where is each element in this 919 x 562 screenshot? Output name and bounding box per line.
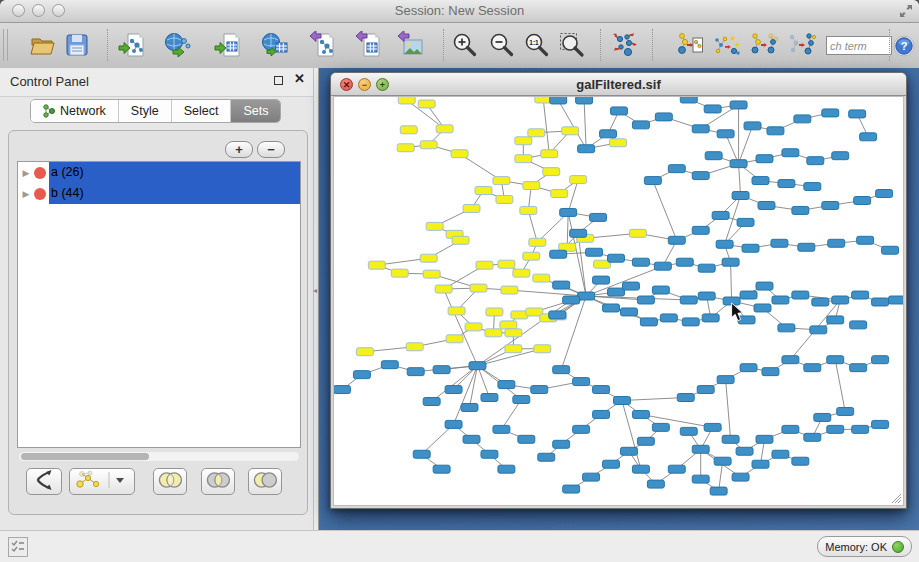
- graph-node-blue: [655, 113, 672, 121]
- network-view-window[interactable]: ✕ − + galFiltered.sif: [330, 72, 907, 509]
- graph-node-blue: [632, 121, 649, 129]
- graph-node-blue: [578, 145, 595, 153]
- memory-status-button[interactable]: Memory: OK: [817, 536, 912, 557]
- network-fade-icon: [788, 31, 816, 59]
- difference-sets-button[interactable]: [248, 468, 282, 495]
- import-network-web-button[interactable]: [162, 28, 194, 62]
- graph-node-blue: [622, 282, 639, 290]
- horizontal-scrollbar[interactable]: [19, 452, 299, 461]
- graph-node-blue: [716, 240, 733, 248]
- export-network-button[interactable]: [306, 28, 338, 62]
- float-panel-button[interactable]: [274, 76, 283, 85]
- network-window-titlebar[interactable]: ✕ − + galFiltered.sif: [331, 73, 906, 96]
- graph-node-blue: [445, 386, 462, 394]
- help-button[interactable]: ?: [893, 35, 915, 57]
- svg-text:?: ?: [901, 40, 908, 52]
- graph-node-yellow: [505, 345, 522, 353]
- graph-node-blue: [752, 177, 769, 185]
- graph-node-blue: [682, 318, 699, 326]
- create-set-from-selection-button[interactable]: [26, 468, 62, 495]
- graph-node-yellow: [475, 187, 492, 195]
- graph-node-blue: [704, 423, 721, 431]
- graph-node-yellow: [470, 284, 487, 292]
- sets-list[interactable]: ▶ a (26) ▶ b (44): [17, 161, 301, 448]
- graph-node-blue: [611, 107, 628, 115]
- graph-node-yellow: [551, 190, 568, 198]
- graph-node-blue: [463, 435, 480, 443]
- zoom-actual-size-button[interactable]: 1:1: [521, 28, 553, 62]
- graph-node-blue: [772, 296, 789, 304]
- zoom-selected-button[interactable]: [556, 28, 588, 62]
- set-row-b[interactable]: ▶ b (44): [18, 183, 300, 204]
- tab-select[interactable]: Select: [172, 100, 232, 122]
- tab-label: Network: [60, 104, 106, 118]
- graph-node-blue: [854, 197, 871, 205]
- open-file-button[interactable]: [26, 28, 58, 62]
- graph-node-yellow: [515, 137, 532, 145]
- graph-node-blue: [828, 239, 845, 247]
- graph-node-yellow: [391, 269, 408, 277]
- import-table-file-button[interactable]: [212, 28, 244, 62]
- export-image-button[interactable]: [394, 28, 426, 62]
- graph-node-blue: [677, 394, 694, 402]
- task-history-button[interactable]: [8, 537, 28, 557]
- apply-layout-button[interactable]: [609, 28, 641, 62]
- tab-sets[interactable]: Sets: [231, 100, 280, 122]
- graph-node-blue: [782, 425, 799, 433]
- network-from-selection-file-button[interactable]: [674, 28, 706, 62]
- save-icon: [63, 31, 91, 59]
- graph-node-blue: [717, 376, 734, 384]
- zoom-in-button[interactable]: [449, 28, 481, 62]
- resize-grip-icon[interactable]: [892, 494, 901, 503]
- graph-node-yellow: [543, 168, 560, 176]
- graph-node-blue: [583, 473, 600, 481]
- graph-node-blue: [832, 296, 849, 304]
- disclosure-triangle-icon[interactable]: ▶: [18, 189, 34, 199]
- collapse-panel-arrow[interactable]: ◂: [313, 286, 317, 295]
- toolbar-drag-handle[interactable]: [3, 29, 8, 61]
- graph-node-blue: [722, 258, 739, 266]
- graph-node-blue: [632, 258, 649, 266]
- import-table-web-button[interactable]: [259, 28, 291, 62]
- venn-intersection-icon: [204, 469, 232, 491]
- graph-node-blue: [549, 311, 566, 319]
- graph-node-yellow: [448, 307, 465, 315]
- tab-style[interactable]: Style: [119, 100, 172, 122]
- graph-node-blue: [804, 183, 821, 191]
- memory-status-label: Memory: OK: [825, 541, 887, 553]
- zoom-out-button[interactable]: [486, 28, 518, 62]
- graph-node-yellow: [418, 100, 435, 108]
- first-neighbors-button[interactable]: [749, 28, 781, 62]
- export-image-icon: [396, 31, 424, 59]
- intersect-sets-button[interactable]: [201, 468, 235, 495]
- graph-node-blue: [469, 362, 486, 370]
- hide-unselected-button[interactable]: [786, 28, 818, 62]
- import-table-web-icon: [261, 31, 289, 59]
- graph-node-blue: [814, 413, 831, 421]
- tab-network[interactable]: Network: [31, 100, 119, 122]
- network-canvas[interactable]: [334, 97, 903, 505]
- import-network-file-button[interactable]: [116, 28, 148, 62]
- toolbar-separator: [652, 29, 653, 61]
- graph-node-yellow: [610, 139, 627, 147]
- save-session-button[interactable]: [61, 28, 93, 62]
- set-row-a[interactable]: ▶ a (26): [18, 162, 300, 183]
- graph-node-blue: [702, 314, 719, 322]
- select-from-network-button[interactable]: ★ ★: [711, 28, 743, 62]
- set-color-dot: [34, 188, 46, 200]
- graph-node-blue: [758, 201, 775, 209]
- graph-node-blue: [882, 246, 899, 254]
- graph-node-blue: [804, 364, 821, 372]
- disclosure-triangle-icon[interactable]: ▶: [18, 168, 34, 178]
- add-set-button[interactable]: +: [225, 141, 253, 158]
- remove-set-button[interactable]: −: [257, 141, 285, 158]
- search-input[interactable]: [826, 36, 892, 55]
- export-table-button[interactable]: [352, 28, 384, 62]
- fullscreen-icon[interactable]: [899, 4, 913, 18]
- extract-set-split-button[interactable]: [69, 468, 135, 495]
- union-sets-button[interactable]: [153, 468, 187, 495]
- scrollbar-thumb[interactable]: [21, 453, 149, 460]
- graph-node-blue: [852, 291, 869, 299]
- close-panel-button[interactable]: ✕: [294, 71, 305, 86]
- graph-node-yellow: [505, 329, 522, 337]
